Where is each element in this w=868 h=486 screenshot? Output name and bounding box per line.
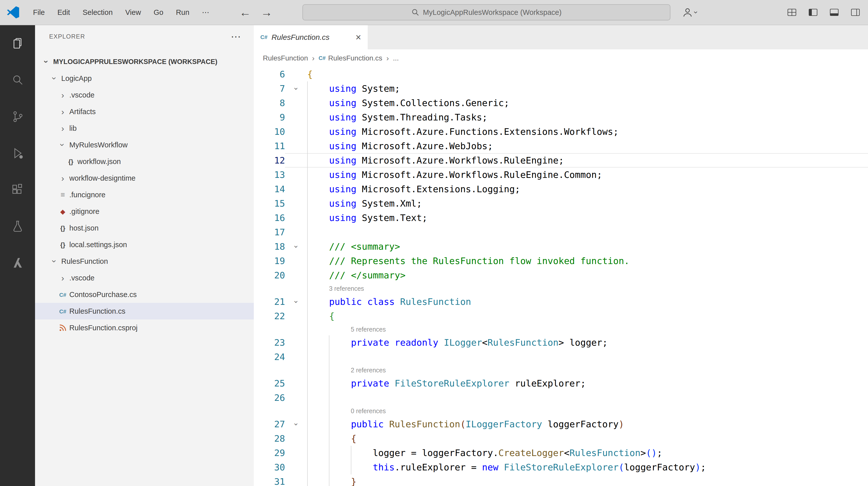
activity-item-extensions[interactable] (0, 171, 35, 208)
tree-item-lib[interactable]: ›lib (35, 120, 254, 136)
menu-item-selection[interactable]: Selection (76, 0, 119, 25)
layout-sidebar-left-icon[interactable] (807, 7, 818, 18)
line-number[interactable]: 20 (254, 268, 285, 283)
line-number[interactable]: 21 (254, 294, 285, 309)
layout-grid-icon[interactable] (786, 7, 798, 18)
line-number[interactable]: 13 (254, 167, 285, 182)
code-line-29[interactable]: 29 logger = loggerFactory.CreateLogger<R… (254, 446, 868, 460)
line-number[interactable]: 16 (254, 210, 285, 225)
codelens-references[interactable]: 5 references (254, 323, 868, 335)
line-number[interactable]: 31 (254, 475, 285, 486)
line-number[interactable]: 10 (254, 125, 285, 139)
codelens-references[interactable]: 3 references (254, 283, 868, 294)
activity-item-explorer[interactable] (0, 25, 35, 62)
tree-item-workflow-json[interactable]: {}workflow.json (35, 153, 254, 170)
code-line-22[interactable]: 22 { (254, 309, 868, 323)
code-line-16[interactable]: 16 using System.Text; (254, 210, 868, 225)
breadcrumb-item-file[interactable]: C# RulesFunction.cs (318, 54, 382, 62)
code-line-19[interactable]: 19 /// Represents the RulesFunction flow… (254, 254, 868, 268)
tree-item-funcignore[interactable]: ≡.funcignore (35, 187, 254, 203)
line-number[interactable]: 29 (254, 446, 285, 460)
code-line-27[interactable]: 27› public RulesFunction(ILoggerFactory … (254, 417, 868, 431)
breadcrumb-item-folder[interactable]: RulesFunction (263, 54, 308, 62)
menu-item-run[interactable]: Run (169, 0, 195, 25)
breadcrumb-item-symbol[interactable]: ... (393, 54, 399, 62)
code-line-17[interactable]: 17 (254, 225, 868, 239)
activity-item-run-debug[interactable] (0, 135, 35, 171)
line-number[interactable]: 9 (254, 110, 285, 125)
line-number[interactable]: 30 (254, 460, 285, 475)
menu-item-go[interactable]: Go (147, 0, 169, 25)
line-number[interactable]: 28 (254, 431, 285, 446)
menu-item-file[interactable]: File (27, 0, 51, 25)
code-line-18[interactable]: 18› /// <summary> (254, 239, 868, 254)
line-number[interactable]: 27 (254, 417, 285, 431)
line-number[interactable]: 26 (254, 390, 285, 405)
fold-chevron-icon[interactable]: › (285, 294, 307, 309)
line-number[interactable]: 25 (254, 376, 285, 390)
code-line-7[interactable]: 7› using System; (254, 82, 868, 96)
tree-item-vscode[interactable]: ›.vscode (35, 87, 254, 103)
fold-chevron-icon[interactable]: › (285, 239, 307, 254)
code-editor[interactable]: 6{7› using System;8 using System.Collect… (254, 67, 868, 486)
tab-rulesfunction-cs[interactable]: C# RulesFunction.cs × (254, 25, 368, 50)
code-line-26[interactable]: 26 (254, 390, 868, 405)
line-number[interactable]: 11 (254, 139, 285, 153)
line-number[interactable]: 8 (254, 96, 285, 110)
line-number[interactable]: 6 (254, 67, 285, 82)
tree-item-gitignore[interactable]: ◆.gitignore (35, 203, 254, 220)
codelens-references[interactable]: 2 references (254, 364, 868, 376)
command-center[interactable]: MyLogicAppRulesWorkspace (Workspace) (303, 4, 671, 21)
close-icon[interactable]: × (355, 32, 361, 43)
code-line-6[interactable]: 6{ (254, 67, 868, 82)
tree-item-rulesfunction-csproj[interactable]: RulesFunction.csproj (35, 320, 254, 336)
line-number[interactable]: 17 (254, 225, 285, 239)
code-line-21[interactable]: 21› public class RulesFunction (254, 294, 868, 309)
forward-arrow-icon[interactable]: → (261, 0, 273, 25)
line-number[interactable]: 12 (254, 153, 285, 167)
menu-item-view[interactable]: View (119, 0, 147, 25)
back-arrow-icon[interactable]: ← (240, 0, 251, 25)
activity-item-search[interactable] (0, 62, 35, 98)
code-line-14[interactable]: 14 using Microsoft.Extensions.Logging; (254, 182, 868, 196)
activity-item-source-control[interactable] (0, 98, 35, 135)
tree-item-workflow-designtime[interactable]: ›workflow-designtime (35, 170, 254, 187)
code-line-31[interactable]: 31 } (254, 475, 868, 486)
tree-item-rulesfunction-cs[interactable]: C#RulesFunction.cs (35, 303, 254, 320)
line-number[interactable]: 15 (254, 196, 285, 210)
tree-item-mylogicapprulesworkspace-workspace[interactable]: ›MYLOGICAPPRULESWORKSPACE (WORKSPACE) (35, 54, 254, 70)
fold-chevron-icon[interactable]: › (285, 82, 307, 96)
tree-item-contosopurchase-cs[interactable]: C#ContosoPurchase.cs (35, 286, 254, 303)
tree-item-rulesfunction[interactable]: ›RulesFunction (35, 253, 254, 269)
tree-item-host-json[interactable]: {}host.json (35, 220, 254, 236)
line-number[interactable]: 24 (254, 350, 285, 364)
codelens-references[interactable]: 0 references (254, 405, 868, 417)
code-line-20[interactable]: 20 /// </summary> (254, 268, 868, 283)
code-line-15[interactable]: 15 using System.Xml; (254, 196, 868, 210)
tree-item-logicapp[interactable]: ›LogicApp (35, 70, 254, 87)
line-number[interactable]: 14 (254, 182, 285, 196)
line-number[interactable]: 23 (254, 335, 285, 350)
code-line-23[interactable]: 23 private readonly ILogger<RulesFunctio… (254, 335, 868, 350)
code-line-28[interactable]: 28 { (254, 431, 868, 446)
line-number[interactable]: 7 (254, 82, 285, 96)
line-number[interactable]: 18 (254, 239, 285, 254)
line-number[interactable]: 22 (254, 309, 285, 323)
tree-item-artifacts[interactable]: ›Artifacts (35, 103, 254, 120)
line-number[interactable]: 19 (254, 254, 285, 268)
tree-item-local-settings-json[interactable]: {}local.settings.json (35, 236, 254, 253)
tree-item-vscode[interactable]: ›.vscode (35, 269, 254, 286)
code-line-8[interactable]: 8 using System.Collections.Generic; (254, 96, 868, 110)
menu-item-edit[interactable]: Edit (51, 0, 76, 25)
code-line-11[interactable]: 11 using Microsoft.Azure.WebJobs; (254, 139, 868, 153)
layout-panel-icon[interactable] (829, 7, 840, 18)
fold-chevron-icon[interactable]: › (285, 417, 307, 431)
code-line-24[interactable]: 24 (254, 350, 868, 364)
code-line-30[interactable]: 30 this.ruleExplorer = new FileStoreRule… (254, 460, 868, 475)
tree-item-myrulesworkflow[interactable]: ›MyRulesWorkflow (35, 136, 254, 153)
account-button[interactable]: › (682, 0, 698, 25)
activity-item-testing[interactable] (0, 208, 35, 245)
layout-sidebar-right-icon[interactable] (850, 7, 861, 18)
activity-item-azure[interactable] (0, 245, 35, 281)
code-line-9[interactable]: 9 using System.Threading.Tasks; (254, 110, 868, 125)
